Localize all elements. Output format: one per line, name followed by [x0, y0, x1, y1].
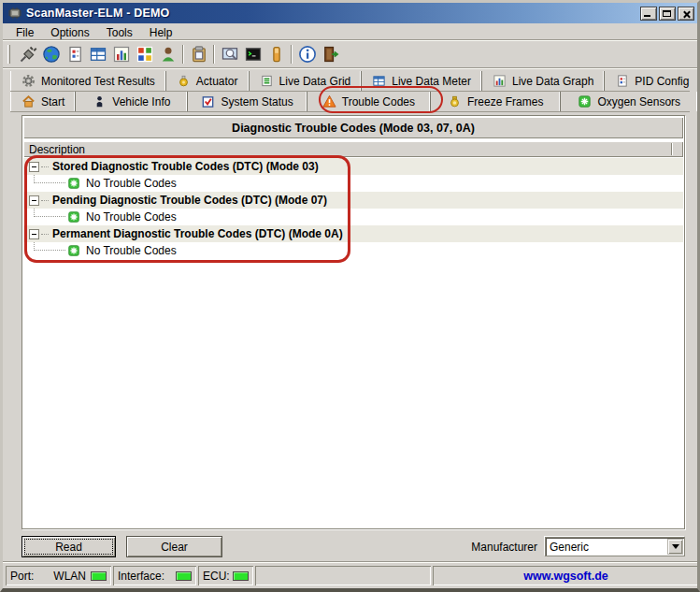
user-button[interactable]: [156, 43, 179, 65]
no-trouble-codes-icon: [67, 244, 80, 257]
close-button[interactable]: [678, 7, 694, 21]
tab-system-status[interactable]: System Status: [188, 92, 307, 111]
data-graph-button[interactable]: [109, 43, 133, 65]
tab-live-data-meter[interactable]: Live Data Meter: [362, 71, 482, 91]
preview-button[interactable]: [218, 43, 241, 65]
maximize-button[interactable]: [659, 7, 676, 21]
terminal-button[interactable]: [241, 43, 264, 65]
freeze-icon: [448, 94, 462, 108]
status-ecu-panel: ECU:: [198, 566, 253, 585]
gear-icon: [21, 74, 36, 88]
tab-row-secondary: Monitored Test Results Actuator Live Dat…: [10, 71, 690, 92]
tab-vehicle-info[interactable]: Vehicle Info: [76, 92, 188, 111]
chart-bars-icon: [493, 74, 507, 88]
title-bar: ScanMaster-ELM - DEMO: [3, 3, 697, 23]
dtc-tree: Stored Diagnostic Trouble Codes (DTC) (M…: [23, 158, 683, 259]
actuator-icon: [177, 74, 191, 88]
no-trouble-codes-icon: [67, 177, 80, 190]
tab-trouble-codes[interactable]: Trouble Codes: [307, 92, 431, 111]
tab-live-data-graph[interactable]: Live Data Graph: [482, 71, 605, 91]
no-trouble-codes-icon: [67, 210, 80, 224]
interface-status-led: [176, 571, 192, 581]
manufacturer-select[interactable]: Generic: [545, 537, 685, 556]
tree-elbow: [34, 175, 65, 183]
tab-row-primary: Start Vehicle Info System Status Trouble…: [10, 92, 690, 112]
website-link[interactable]: www.wgsoft.de: [523, 570, 608, 583]
window-title: ScanMaster-ELM - DEMO: [26, 7, 170, 20]
menu-help[interactable]: Help: [142, 25, 180, 40]
tree-elbow: [34, 242, 65, 251]
grid-blue-icon: [372, 74, 386, 88]
tree-row-pending[interactable]: Pending Diagnostic Trouble Codes (DTC) (…: [23, 192, 683, 209]
terminal-icon: [244, 45, 263, 64]
data-graph-icon: [112, 45, 131, 64]
device-button[interactable]: [264, 43, 288, 65]
exit-button[interactable]: [319, 43, 342, 65]
connect-button[interactable]: [16, 43, 39, 65]
description-column-header[interactable]: Description: [23, 141, 683, 157]
menu-tools[interactable]: Tools: [99, 25, 140, 40]
manufacturer-value: Generic: [546, 541, 667, 554]
green-asterisk-icon: [578, 94, 592, 108]
read-button[interactable]: Read: [21, 536, 116, 557]
tree-row-permanent-result[interactable]: No Trouble Codes: [23, 242, 683, 259]
tree-elbow: [34, 209, 65, 217]
info-icon: [298, 45, 317, 64]
clipboard-icon: [190, 45, 208, 64]
person-icon: [93, 94, 107, 108]
globe-icon: [42, 45, 61, 64]
clear-button[interactable]: Clear: [126, 536, 222, 557]
app-window: ScanMaster-ELM - DEMO File Options Tools…: [0, 0, 700, 592]
toolbar-separator: [182, 45, 184, 64]
tab-oxygen-sensors[interactable]: Oxygen Sensors: [561, 92, 698, 111]
metering-button[interactable]: [133, 43, 156, 65]
data-grid-button[interactable]: [86, 43, 109, 65]
collapse-toggle[interactable]: [29, 162, 39, 172]
tab-pid-config[interactable]: PID Config: [605, 71, 700, 91]
warning-triangle-icon: [322, 94, 336, 108]
toolbar-separator: [213, 45, 215, 64]
collapse-toggle[interactable]: [29, 229, 39, 239]
port-value: WLAN: [53, 570, 86, 583]
report-button[interactable]: [63, 43, 86, 65]
status-port-panel: Port: WLAN: [6, 566, 111, 585]
ecu-status-led: [233, 571, 249, 581]
checkbox-red-icon: [201, 94, 215, 108]
tree-connector: [41, 234, 49, 235]
tab-start[interactable]: Start: [10, 92, 76, 111]
clipboard-button[interactable]: [187, 43, 210, 65]
statusbar-separator: [3, 561, 697, 563]
tab-monitored-test-results[interactable]: Monitored Test Results: [10, 71, 166, 91]
tiles-icon: [136, 45, 154, 64]
report-icon: [65, 45, 84, 64]
data-grid-icon: [89, 45, 107, 64]
tree-connector: [41, 200, 49, 201]
web-button[interactable]: [39, 43, 63, 65]
chevron-down-icon: [672, 544, 679, 549]
manufacturer-label: Manufacturer: [461, 541, 537, 554]
dropdown-button[interactable]: [667, 539, 683, 555]
tree-row-permanent[interactable]: Permanent Diagnostic Trouble Codes (DTC)…: [23, 225, 683, 242]
minimize-icon: [644, 15, 650, 17]
tree-row-stored[interactable]: Stored Diagnostic Trouble Codes (DTC) (M…: [23, 158, 683, 175]
tab-actuator[interactable]: Actuator: [166, 71, 250, 91]
status-interface-panel: Interface:: [113, 566, 196, 585]
app-chip-icon: [7, 7, 22, 20]
menu-file[interactable]: File: [8, 25, 41, 40]
toolbar: [3, 41, 697, 66]
toolbar-separator: [291, 45, 293, 64]
tree-row-stored-result[interactable]: No Trouble Codes: [23, 175, 683, 192]
toolbar-grip[interactable]: [7, 45, 10, 64]
info-button[interactable]: [295, 43, 319, 65]
menu-options[interactable]: Options: [43, 25, 96, 40]
tab-live-data-grid[interactable]: Live Data Grid: [250, 71, 363, 91]
user-icon: [159, 45, 178, 64]
collapse-toggle[interactable]: [29, 195, 39, 206]
connect-icon: [19, 45, 37, 64]
tab-freeze-frames[interactable]: Freeze Frames: [431, 92, 561, 111]
status-bar: Port: WLAN Interface: ECU: www.wgsoft.de: [3, 564, 697, 588]
toolbar-separator-line: [3, 67, 697, 69]
tree-row-pending-result[interactable]: No Trouble Codes: [23, 209, 683, 225]
column-divider[interactable]: [671, 143, 673, 155]
minimize-button[interactable]: [640, 7, 657, 21]
